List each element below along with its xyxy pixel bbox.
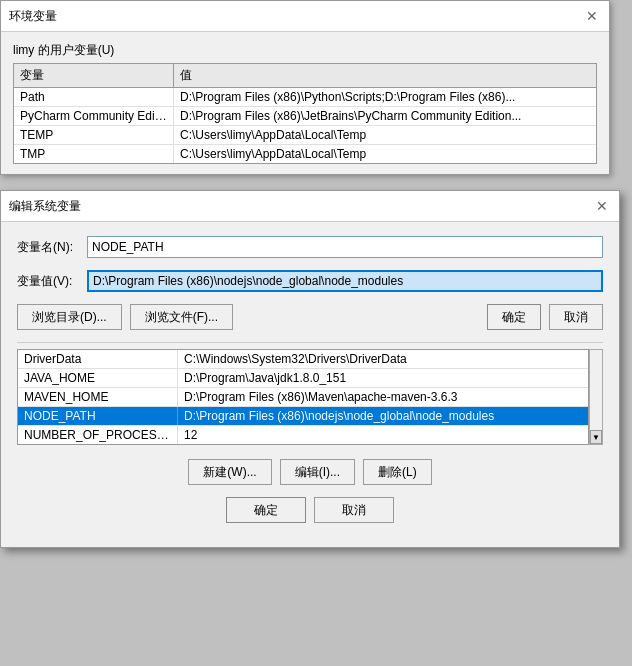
edit-window-title: 编辑系统变量 bbox=[9, 198, 81, 215]
env-window-content: limy 的用户变量(U) 变量 值 Path D:\Program Files… bbox=[1, 32, 609, 174]
edit-close-button[interactable]: ✕ bbox=[593, 197, 611, 215]
scrollbar[interactable]: ▼ bbox=[589, 349, 603, 445]
val-cell: D:\Program Files (x86)\Maven\apache-mave… bbox=[178, 388, 588, 406]
val-cell: D:\Program Files (x86)\JetBrains\PyCharm… bbox=[174, 107, 596, 125]
var-cell: NODE_PATH bbox=[18, 407, 178, 425]
env-title-bar: 环境变量 ✕ bbox=[1, 1, 609, 32]
sys-vars-section: DriverData C:\Windows\System32\Drivers\D… bbox=[17, 342, 603, 533]
var-cell: PyCharm Community Editi... bbox=[14, 107, 174, 125]
user-vars-header: 变量 值 bbox=[14, 64, 596, 88]
var-cell: NUMBER_OF_PROCESSORS bbox=[18, 426, 178, 444]
edit-btn-row: 浏览目录(D)... 浏览文件(F)... 确定 取消 bbox=[17, 304, 603, 330]
var-cell: TEMP bbox=[14, 126, 174, 144]
var-cell: JAVA_HOME bbox=[18, 369, 178, 387]
table-row[interactable]: NODE_PATH D:\Program Files (x86)\nodejs\… bbox=[18, 407, 588, 426]
var-cell: TMP bbox=[14, 145, 174, 163]
val-cell: D:\Program\Java\jdk1.8.0_151 bbox=[178, 369, 588, 387]
env-window-title: 环境变量 bbox=[9, 8, 57, 25]
edit-button[interactable]: 编辑(I)... bbox=[280, 459, 355, 485]
env-variables-window: 环境变量 ✕ limy 的用户变量(U) 变量 值 Path D:\Progra… bbox=[0, 0, 610, 175]
env-close-button[interactable]: ✕ bbox=[583, 7, 601, 25]
user-vars-label: limy 的用户变量(U) bbox=[13, 42, 597, 59]
browse-dir-button[interactable]: 浏览目录(D)... bbox=[17, 304, 122, 330]
val-cell: D:\Program Files (x86)\Python\Scripts;D:… bbox=[174, 88, 596, 106]
var-val-input[interactable] bbox=[87, 270, 603, 292]
val-cell: D:\Program Files (x86)\nodejs\node_globa… bbox=[178, 407, 588, 425]
browse-file-button[interactable]: 浏览文件(F)... bbox=[130, 304, 233, 330]
cancel-button[interactable]: 取消 bbox=[314, 497, 394, 523]
val-cell: C:\Users\limy\AppData\Local\Temp bbox=[174, 126, 596, 144]
col-header-val: 值 bbox=[174, 64, 596, 87]
edit-title-bar: 编辑系统变量 ✕ bbox=[1, 191, 619, 222]
table-row[interactable]: NUMBER_OF_PROCESSORS 12 bbox=[18, 426, 588, 444]
delete-button[interactable]: 删除(L) bbox=[363, 459, 432, 485]
edit-window-content: 变量名(N): 变量值(V): 浏览目录(D)... 浏览文件(F)... 确定… bbox=[1, 222, 619, 547]
edit-cancel-button[interactable]: 取消 bbox=[549, 304, 603, 330]
scroll-down-arrow[interactable]: ▼ bbox=[590, 430, 602, 444]
var-name-label: 变量名(N): bbox=[17, 239, 87, 256]
table-row[interactable]: TMP C:\Users\limy\AppData\Local\Temp bbox=[14, 145, 596, 163]
table-row[interactable]: PyCharm Community Editi... D:\Program Fi… bbox=[14, 107, 596, 126]
sys-btn-row: 新建(W)... 编辑(I)... 删除(L) bbox=[17, 451, 603, 493]
val-cell: 12 bbox=[178, 426, 588, 444]
user-vars-table: 变量 值 Path D:\Program Files (x86)\Python\… bbox=[13, 63, 597, 164]
ok-button[interactable]: 确定 bbox=[226, 497, 306, 523]
var-cell: DriverData bbox=[18, 350, 178, 368]
val-cell: C:\Users\limy\AppData\Local\Temp bbox=[174, 145, 596, 163]
table-row[interactable]: MAVEN_HOME D:\Program Files (x86)\Maven\… bbox=[18, 388, 588, 407]
var-cell: MAVEN_HOME bbox=[18, 388, 178, 406]
var-name-input[interactable] bbox=[87, 236, 603, 258]
sys-vars-table-wrapper: DriverData C:\Windows\System32\Drivers\D… bbox=[17, 349, 603, 445]
var-cell: Path bbox=[14, 88, 174, 106]
ok-cancel-row: 确定 取消 bbox=[17, 493, 603, 533]
edit-sys-var-window: 编辑系统变量 ✕ 变量名(N): 变量值(V): 浏览目录(D)... 浏览文件… bbox=[0, 190, 620, 548]
new-button[interactable]: 新建(W)... bbox=[188, 459, 271, 485]
sys-vars-table: DriverData C:\Windows\System32\Drivers\D… bbox=[17, 349, 589, 445]
edit-ok-button[interactable]: 确定 bbox=[487, 304, 541, 330]
var-val-row: 变量值(V): bbox=[17, 270, 603, 292]
var-val-label: 变量值(V): bbox=[17, 273, 87, 290]
table-row[interactable]: JAVA_HOME D:\Program\Java\jdk1.8.0_151 bbox=[18, 369, 588, 388]
col-header-var: 变量 bbox=[14, 64, 174, 87]
table-row[interactable]: DriverData C:\Windows\System32\Drivers\D… bbox=[18, 350, 588, 369]
val-cell: C:\Windows\System32\Drivers\DriverData bbox=[178, 350, 588, 368]
table-row[interactable]: Path D:\Program Files (x86)\Python\Scrip… bbox=[14, 88, 596, 107]
var-name-row: 变量名(N): bbox=[17, 236, 603, 258]
table-row[interactable]: TEMP C:\Users\limy\AppData\Local\Temp bbox=[14, 126, 596, 145]
